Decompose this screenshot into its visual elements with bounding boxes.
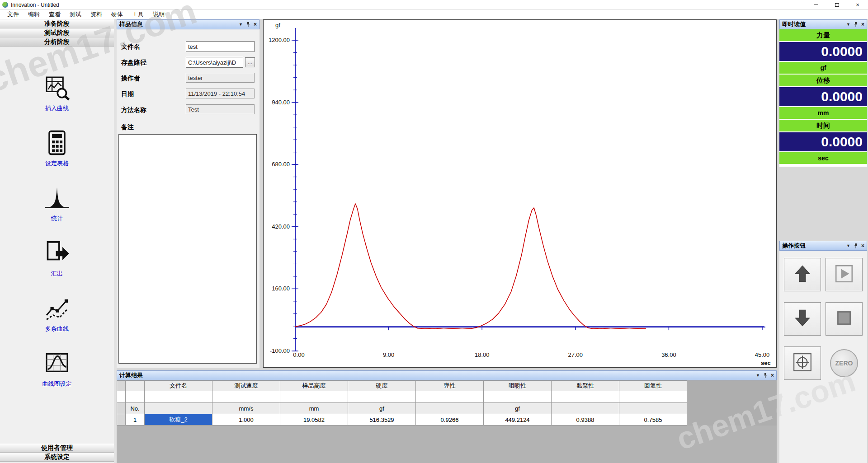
svg-text:gf: gf (275, 22, 280, 28)
target-icon (792, 352, 813, 374)
data-cell[interactable]: 软糖_2 (145, 414, 212, 426)
svg-text:27.00: 27.00 (568, 351, 583, 358)
data-cell[interactable]: 449.2124 (484, 414, 552, 426)
menu-item-1[interactable]: 文件 (3, 10, 24, 19)
column-header: 黏聚性 (552, 380, 619, 391)
svg-text:sec: sec (761, 360, 771, 366)
actions-body: ZERO (779, 251, 867, 380)
maximize-button[interactable] (826, 0, 847, 10)
unit-header: mm (280, 403, 348, 414)
remark-textarea[interactable] (118, 134, 257, 364)
browse-button[interactable]: ... (245, 57, 255, 67)
data-cell[interactable]: 1.000 (212, 414, 280, 426)
target-button[interactable] (784, 346, 821, 380)
chevron-down-icon[interactable]: ▼ (846, 23, 850, 27)
table-cell (126, 380, 145, 391)
data-cell[interactable]: 0.9266 (416, 414, 484, 426)
data-cell[interactable]: 0.7585 (619, 414, 687, 426)
close-icon[interactable]: × (861, 22, 864, 27)
menu-item-5[interactable]: 资料 (86, 10, 107, 19)
statistics-icon (44, 185, 70, 213)
row-selector[interactable] (117, 414, 126, 426)
table-cell (280, 391, 348, 403)
stage-button[interactable]: 分析阶段 (0, 37, 114, 47)
sidebar-bottom-button[interactable]: 使用者管理 (0, 444, 114, 453)
pin-icon[interactable] (854, 22, 858, 27)
table-cell (348, 391, 416, 403)
minimize-icon (814, 5, 818, 5)
table-filler (687, 414, 777, 426)
field-input-3[interactable] (186, 73, 255, 83)
tool-table-setup[interactable]: 设定表格 (44, 130, 70, 168)
field-input-1[interactable] (186, 41, 255, 52)
stage-button[interactable]: 测试阶段 (0, 28, 114, 37)
run-button[interactable] (826, 258, 863, 291)
readout-header: 即时读值 ▼ × (779, 19, 867, 29)
readout-label: 位移 (779, 75, 867, 86)
stage-button[interactable]: 准备阶段 (0, 19, 114, 28)
data-cell[interactable]: 19.0582 (280, 414, 348, 426)
svg-text:0.00: 0.00 (293, 351, 304, 358)
sidebar-bottom-button[interactable]: 系统设定 (0, 453, 114, 462)
unit-header: mm/s (212, 403, 280, 414)
chart-canvas: 1200.00940.00680.00420.00160.00-100.000.… (264, 20, 776, 367)
menu-item-7[interactable]: 工具 (127, 10, 148, 19)
field-label: 日期 (121, 90, 134, 98)
tool-label: 设定表格 (45, 159, 69, 168)
close-button[interactable]: × (847, 0, 868, 10)
chevron-down-icon[interactable]: ▼ (756, 374, 760, 378)
window-controls: × (806, 0, 868, 10)
minimize-button[interactable] (806, 0, 826, 10)
sample-info-body: 文件名存盘路径...操作者日期方法名称 备注 (117, 29, 259, 368)
arrow-up-icon (792, 263, 813, 286)
table-cell (484, 391, 552, 403)
jog-up-button[interactable] (784, 258, 821, 291)
stop-button[interactable] (826, 302, 863, 336)
zero-button[interactable]: ZERO (826, 346, 863, 380)
jog-down-button[interactable] (784, 302, 821, 336)
pin-icon[interactable] (854, 243, 858, 248)
realtime-readout-panel: 即时读值 ▼ × 力量0.0000gf位移0.0000mm时间0.0000sec (779, 19, 867, 167)
tool-label: 汇出 (51, 270, 63, 278)
maximize-icon (835, 3, 839, 7)
tool-curve-settings[interactable]: 曲线图设定 (42, 350, 72, 388)
tool-insert-curve[interactable]: 插入曲线 (44, 75, 70, 112)
pin-icon[interactable] (763, 373, 768, 378)
readout-unit: mm (779, 107, 867, 119)
row-number[interactable]: 1 (126, 414, 145, 426)
chevron-down-icon[interactable]: ▼ (239, 23, 243, 27)
results-table: 文件名测试速度样品高度硬度弹性咀嚼性黏聚性回复性No.mm/smmgfgf1软糖… (117, 380, 777, 426)
field-input-5[interactable] (186, 104, 255, 114)
svg-text:940.00: 940.00 (272, 99, 290, 106)
field-label: 存盘路径 (121, 59, 146, 67)
tool-multi-curve[interactable]: 多条曲线 (44, 295, 70, 333)
readout-title: 即时读值 (782, 20, 806, 28)
close-icon[interactable]: × (861, 243, 864, 248)
close-icon[interactable]: × (771, 373, 774, 378)
close-icon[interactable]: × (254, 22, 257, 27)
svg-text:18.00: 18.00 (475, 351, 490, 358)
force-time-chart: 1200.00940.00680.00420.00160.00-100.000.… (263, 19, 777, 368)
column-header: 咀嚼性 (484, 380, 552, 391)
field-input-4[interactable] (186, 89, 255, 98)
table-cell (212, 391, 280, 403)
menu-item-2[interactable]: 编辑 (24, 10, 44, 19)
data-cell[interactable]: 516.3529 (348, 414, 416, 426)
menu-item-8[interactable]: 说明 (148, 10, 169, 19)
data-cell[interactable]: 0.9388 (552, 414, 619, 426)
tool-statistics[interactable]: 统计 (44, 185, 70, 223)
readout-value: 0.0000 (779, 87, 867, 106)
menu-item-3[interactable]: 查看 (44, 10, 65, 19)
table-row: No.mm/smmgfgf (117, 403, 777, 414)
field-input-2[interactable] (186, 57, 243, 68)
readout-label: 力量 (779, 29, 867, 41)
pin-icon[interactable] (246, 22, 250, 27)
tool-export[interactable]: 汇出 (44, 240, 70, 278)
unit-header (552, 403, 619, 414)
readout-value: 0.0000 (779, 132, 867, 151)
chevron-down-icon[interactable]: ▼ (846, 244, 850, 248)
menu-item-4[interactable]: 测试 (65, 10, 86, 19)
svg-text:36.00: 36.00 (661, 351, 676, 358)
action-buttons-panel: 操作按钮 ▼ × ZERO (779, 241, 867, 463)
menu-item-6[interactable]: 硬体 (107, 10, 127, 19)
